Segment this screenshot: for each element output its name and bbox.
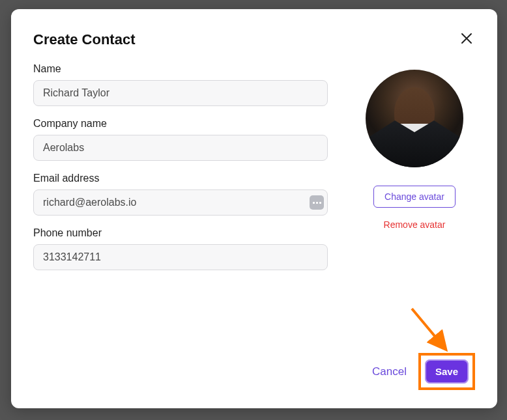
save-button-highlight: Save	[418, 353, 475, 390]
name-input[interactable]	[33, 80, 328, 106]
phone-input[interactable]	[33, 244, 328, 270]
autofill-icon	[310, 195, 324, 210]
company-input[interactable]	[33, 135, 328, 161]
close-icon	[461, 33, 472, 46]
modal-title: Create Contact	[33, 31, 135, 48]
name-label: Name	[33, 63, 328, 75]
form-column: Name Company name Email address Phone nu…	[33, 63, 328, 282]
email-field-group: Email address	[33, 173, 328, 216]
cancel-button[interactable]: Cancel	[369, 361, 409, 382]
email-label: Email address	[33, 173, 328, 184]
modal-body: Name Company name Email address Phone nu…	[33, 63, 475, 282]
save-button[interactable]: Save	[425, 359, 469, 384]
change-avatar-button[interactable]: Change avatar	[373, 186, 456, 208]
company-label: Company name	[33, 118, 328, 130]
phone-field-group: Phone number	[33, 227, 328, 270]
avatar-image	[366, 70, 463, 167]
avatar-column: Change avatar Remove avatar	[354, 63, 475, 282]
phone-label: Phone number	[33, 227, 328, 239]
remove-avatar-button[interactable]: Remove avatar	[384, 219, 446, 230]
email-input[interactable]	[33, 189, 328, 216]
modal-header: Create Contact	[33, 30, 475, 49]
close-button[interactable]	[458, 30, 475, 49]
svg-line-0	[412, 309, 444, 348]
create-contact-modal: Create Contact Name Company name Email a…	[11, 9, 497, 408]
name-field-group: Name	[33, 63, 328, 106]
company-field-group: Company name	[33, 118, 328, 161]
modal-footer: Cancel Save	[369, 353, 475, 390]
